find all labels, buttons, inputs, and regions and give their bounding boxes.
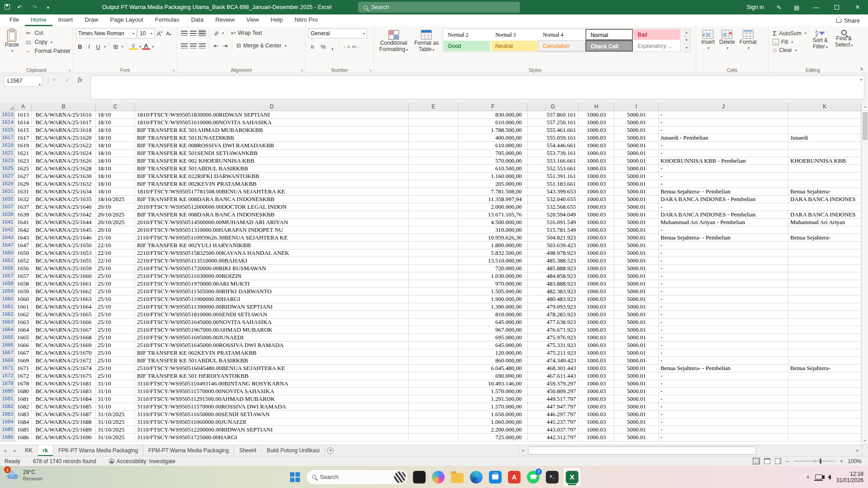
cell-K1614[interactable] (788, 119, 861, 127)
cell-J1615[interactable]: - (659, 127, 788, 134)
cell-I1637[interactable]: 5000.01 (614, 203, 659, 211)
row-header-1637[interactable]: 1637 (0, 203, 15, 211)
cell-J1663[interactable]: - (659, 319, 788, 326)
cell-H1637[interactable]: 1000.03 (579, 203, 614, 211)
cell-H1666[interactable]: 1000.03 (579, 342, 614, 349)
row-header-1660[interactable]: 1660 (0, 296, 15, 303)
cell-C1617[interactable]: 18/10 (96, 134, 135, 142)
cell-D1652[interactable]: 2210/FTSCY/WS9505113510000.00BAHAKI (135, 257, 409, 265)
cell-B1617[interactable]: BCA/WARNA/25/1620 (32, 134, 96, 142)
cell-F1617[interactable]: 400.000,00 (458, 134, 528, 142)
col-header-F[interactable]: F (458, 103, 528, 111)
zoom-slider[interactable] (794, 458, 835, 464)
new-sheet-button[interactable]: + (325, 445, 336, 456)
cell-K1681[interactable] (788, 395, 861, 403)
row-header-1681[interactable]: 1681 (0, 395, 15, 403)
cell-B1669[interactable]: BCA/WARNA/25/1672 (32, 357, 96, 365)
cell-C1662[interactable]: 25/10 (96, 311, 135, 319)
cell-B1641[interactable]: BCA/WARNA/25/1644 (32, 219, 96, 226)
cell-G1665[interactable]: 475.976.923 (528, 334, 579, 342)
cell-E1652[interactable] (409, 257, 458, 265)
cell-C1682[interactable]: 31/10 (96, 403, 135, 411)
cell-C1642[interactable]: 20/10 (96, 226, 135, 234)
row-header-1658[interactable]: 1658 (0, 280, 15, 288)
menu-tab-file[interactable]: File (4, 14, 25, 26)
cell-B1642[interactable]: BCA/WARNA/25/1645 (32, 226, 96, 234)
cell-F1686[interactable]: 725.000,00 (458, 434, 528, 441)
cut-button[interactable]: ✂Cut (23, 28, 72, 38)
cell-E1623[interactable] (409, 157, 458, 165)
formula-bar-splitter[interactable]: ⋮ (46, 77, 51, 84)
cell-F1684[interactable]: 1.060.000,00 (458, 418, 528, 426)
cell-F1671[interactable]: 6.045.480,00 (458, 365, 528, 372)
cell-K1685[interactable] (788, 426, 861, 434)
cell-H1672[interactable]: 1000.03 (579, 372, 614, 380)
cell-J1683[interactable]: - (659, 411, 788, 418)
cell-A1659[interactable]: 1659 (15, 288, 32, 296)
cell-I1650[interactable]: 5000.01 (614, 249, 659, 257)
col-header-G[interactable]: G (528, 103, 579, 111)
cell-A1666[interactable]: 1666 (15, 342, 32, 349)
ribbon-display-options-icon[interactable]: ▤ (788, 4, 806, 11)
menu-tab-nitro-pro[interactable]: Nitro Pro (289, 14, 324, 26)
row-header-1684[interactable]: 1684 (0, 418, 15, 426)
cell-F1666[interactable]: 645.000,00 (458, 342, 528, 349)
cell-C1664[interactable]: 25/10 (96, 326, 135, 334)
expand-formula-bar-icon[interactable]: ▾ (860, 78, 862, 82)
cell-E1650[interactable] (409, 249, 458, 257)
cell-J1682[interactable]: - (659, 403, 788, 411)
accounting-format-icon[interactable]: ¤ (308, 43, 316, 50)
cell-F1678[interactable]: 10.493.146,00 (458, 380, 528, 388)
cell-G1686[interactable]: 442.312.797 (528, 434, 579, 441)
cell-I1643[interactable]: 5000.01 (614, 234, 659, 242)
cell-K1686[interactable] (788, 434, 861, 441)
cell-F1680[interactable]: 1.570.000,00 (458, 388, 528, 395)
sheet-nav-left-icon[interactable]: ◂ (0, 445, 10, 456)
cell-E1678[interactable] (409, 380, 458, 388)
cell-H1614[interactable]: 1000.03 (579, 119, 614, 127)
cell-F1642[interactable]: 310.000,00 (458, 226, 528, 234)
cell-K1665[interactable] (788, 334, 861, 342)
cell-C1666[interactable]: 25/10 (96, 342, 135, 349)
cell-B1686[interactable]: BCA/WARNA/25/1690 (32, 434, 96, 441)
bold-button[interactable]: B (76, 43, 84, 50)
cell-I1672[interactable]: 5000.01 (614, 372, 659, 380)
cell-J1621[interactable]: - (659, 150, 788, 157)
cell-K1647[interactable] (788, 242, 861, 249)
cell-I1658[interactable]: 5000.01 (614, 280, 659, 288)
cell-F1685[interactable]: 2.200.000,00 (458, 426, 528, 434)
cell-D1657[interactable]: 2510/FTSCY/WS950511030000.00ROIZIN (135, 272, 409, 280)
cell-H1681[interactable]: 1000.03 (579, 395, 614, 403)
cell-C1680[interactable]: 31/10 (96, 388, 135, 395)
cell-G1642[interactable]: 515.781.549 (528, 226, 579, 234)
cell-H1682[interactable]: 1000.03 (579, 403, 614, 411)
row-header-1665[interactable]: 1665 (0, 334, 15, 342)
cell-D1682[interactable]: 3110/FTSCY/WS950511570000.00ROSSIVA DWI … (135, 403, 409, 411)
scroll-up-icon[interactable]: ▴ (862, 103, 868, 110)
cell-A1647[interactable]: 1647 (15, 242, 32, 249)
cell-A1639[interactable]: 1639 (15, 211, 32, 219)
fill-button[interactable]: ↓Fill▾ (771, 38, 808, 46)
cell-H1613[interactable]: 1000.03 (579, 111, 614, 119)
taskbar-app-copilot[interactable] (431, 469, 446, 485)
cell-F1662[interactable]: 810.000,00 (458, 311, 528, 319)
sort-filter-button[interactable]: AZ Sort & Filter▾ (811, 28, 830, 54)
cell-F1650[interactable]: 5.832.500,00 (458, 249, 528, 257)
cell-J1662[interactable]: - (659, 311, 788, 319)
cell-J1665[interactable]: - (659, 334, 788, 342)
cell-I1662[interactable]: 5000.01 (614, 311, 659, 319)
cell-F1656[interactable]: 720.000,00 (458, 265, 528, 272)
cell-E1627[interactable] (409, 173, 458, 180)
row-header-1656[interactable]: 1656 (0, 265, 15, 272)
sheet-tab-rk[interactable]: rk (38, 445, 53, 456)
cell-J1678[interactable]: - (659, 380, 788, 388)
cell-K1671[interactable]: Benua Sejahtera- (788, 365, 861, 372)
insert-cells-button[interactable]: Insert▾ (699, 28, 717, 53)
normal-view-icon[interactable] (753, 458, 760, 464)
cell-A1669[interactable]: 1669 (15, 357, 32, 365)
cell-G1680[interactable]: 450.809.297 (528, 388, 579, 395)
cell-D1656[interactable]: 2510/FTSCY/WS95051720000.00RIKI RUSMAWAN (135, 265, 409, 272)
cell-I1684[interactable]: 5000.01 (614, 418, 659, 426)
taskbar-app-file-explorer[interactable] (450, 469, 465, 485)
cell-G1672[interactable]: 467.611.443 (528, 372, 579, 380)
